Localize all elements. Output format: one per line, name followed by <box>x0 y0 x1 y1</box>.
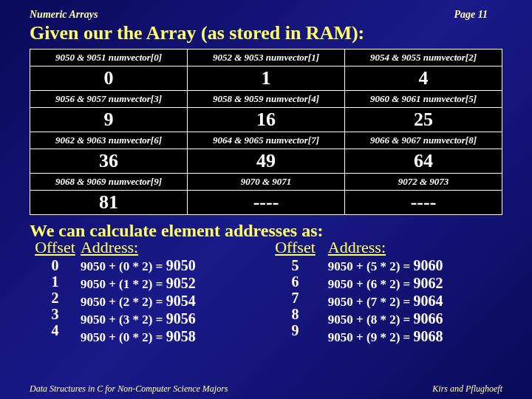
mem-addr: 9058 & 9059 numvector[4] <box>188 91 345 108</box>
address-header: Address: <box>81 238 262 257</box>
mem-val: 16 <box>188 108 345 132</box>
mem-val: 1 <box>188 66 345 91</box>
mem-addr: 9064 & 9065 numvector[7] <box>188 132 345 149</box>
mem-val: 36 <box>30 149 188 174</box>
mem-val: 64 <box>345 149 502 174</box>
offset-num: 4 <box>30 322 81 338</box>
calc-line: 9050 + (5 * 2) = 9060 <box>328 257 510 275</box>
mem-addr: 9060 & 9061 numvector[5] <box>345 91 502 108</box>
mem-val: 0 <box>30 66 188 91</box>
address-header: Address: <box>328 238 510 257</box>
mem-val: 81 <box>30 191 188 215</box>
offset-num: 3 <box>30 306 81 322</box>
mem-addr: 9062 & 9063 numvector[6] <box>30 132 188 149</box>
mem-addr: 9070 & 9071 <box>188 174 345 191</box>
mem-addr: 9072 & 9073 <box>345 174 502 191</box>
offset-num: 0 <box>30 257 81 273</box>
mem-val: ---- <box>188 191 345 215</box>
offset-num: 5 <box>262 257 328 273</box>
footer-left: Data Structures in C for Non-Computer Sc… <box>30 383 228 395</box>
mem-val: ---- <box>345 191 502 215</box>
calc-line: 9050 + (8 * 2) = 9066 <box>328 310 510 328</box>
mem-addr: 9054 & 9055 numvector[2] <box>345 50 502 66</box>
offset-num: 6 <box>262 273 328 290</box>
mem-addr: 9066 & 9067 numvector[8] <box>345 132 502 149</box>
page-title: Given our the Array (as stored in RAM): <box>22 22 510 44</box>
calc-section: Offset 0 1 2 3 4 Address: 9050 + (0 * 2)… <box>22 238 510 346</box>
calc-line: 9050 + (6 * 2) = 9062 <box>328 275 510 293</box>
offset-header: Offset <box>262 238 328 257</box>
mem-val: 25 <box>345 108 502 132</box>
mem-val: 49 <box>188 149 345 174</box>
offset-num: 8 <box>262 306 328 322</box>
mem-val: 4 <box>345 66 502 91</box>
offset-num: 7 <box>262 290 328 306</box>
mem-addr: 9068 & 9069 numvector[9] <box>30 174 188 191</box>
calc-line: 9050 + (1 * 2) = 9052 <box>81 275 262 293</box>
offset-num: 1 <box>30 273 81 290</box>
calc-line: 9050 + (2 * 2) = 9054 <box>81 293 262 310</box>
offset-num: 2 <box>30 290 81 306</box>
calc-line: 9050 + (7 * 2) = 9064 <box>328 293 510 310</box>
mem-val: 9 <box>30 108 188 132</box>
offset-num: 9 <box>262 322 328 338</box>
header-left: Numeric Arrays <box>30 9 98 21</box>
calc-line: 9050 + (0 * 2) = 9050 <box>81 257 262 275</box>
footer-right: Kirs and Pflughoeft <box>432 383 502 395</box>
calc-line: 9050 + (0 * 2) = 9058 <box>81 328 262 346</box>
mem-addr: 9056 & 9057 numvector[3] <box>30 91 188 108</box>
mem-addr: 9050 & 9051 numvector[0] <box>30 50 188 66</box>
offset-header: Offset <box>30 238 81 257</box>
calc-line: 9050 + (9 * 2) = 9068 <box>328 328 510 346</box>
mem-addr: 9052 & 9053 numvector[1] <box>188 50 345 66</box>
memory-table: 9050 & 9051 numvector[0] 9052 & 9053 num… <box>30 49 502 215</box>
calc-line: 9050 + (3 * 2) = 9056 <box>81 310 262 328</box>
header-right: Page 11 <box>454 9 488 21</box>
